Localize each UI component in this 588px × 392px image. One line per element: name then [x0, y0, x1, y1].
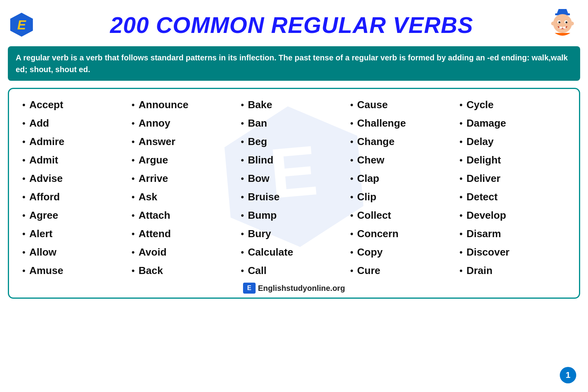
verb-label: Argue: [139, 154, 168, 166]
verb-label: Cycle: [466, 99, 494, 111]
verb-label: Calculate: [248, 246, 293, 258]
verb-item: •Agree: [21, 207, 130, 224]
bullet-icon: •: [132, 192, 135, 202]
bullet-icon: •: [241, 247, 244, 258]
bullet-icon: •: [241, 155, 244, 165]
bullet-icon: •: [22, 266, 25, 276]
bullet-icon: •: [459, 192, 463, 202]
verb-item: •Clap: [348, 170, 458, 187]
definition-box: A regular verb is a verb that follows st…: [8, 46, 580, 81]
verb-column-col2: •Announce•Annoy•Answer•Argue•Arrive•Ask•…: [130, 96, 240, 279]
bullet-icon: •: [459, 100, 463, 110]
verb-item: •Bury: [240, 225, 349, 243]
bullet-icon: •: [22, 247, 25, 258]
verb-label: Delay: [466, 136, 494, 148]
verb-label: Agree: [29, 209, 58, 221]
bullet-icon: •: [132, 155, 135, 165]
footer-site: Englishstudyonline.org: [258, 284, 345, 293]
bullet-icon: •: [459, 174, 463, 184]
verb-item: •Develop: [458, 207, 567, 224]
bullet-icon: •: [241, 118, 244, 129]
bullet-icon: •: [241, 229, 244, 239]
verb-label: Alert: [29, 228, 53, 240]
verb-column-col4: •Cause•Challenge•Change•Chew•Clap•Clip•C…: [348, 96, 458, 279]
verb-label: Ban: [248, 117, 267, 129]
bullet-icon: •: [350, 229, 353, 239]
verb-column-col3: •Bake•Ban•Beg•Blind•Bow•Bruise•Bump•Bury…: [240, 96, 349, 279]
bullet-icon: •: [22, 100, 25, 110]
bullet-icon: •: [459, 211, 463, 221]
verb-label: Clip: [357, 191, 376, 203]
verb-label: Deliver: [466, 172, 501, 185]
verb-item: •Concern: [348, 225, 458, 243]
verb-label: Damage: [466, 117, 506, 129]
bullet-icon: •: [350, 266, 353, 276]
footer-row: E Englishstudyonline.org: [21, 283, 567, 294]
verb-item: •Bump: [240, 207, 349, 224]
verb-item: •Disarm: [458, 225, 567, 243]
verb-item: •Attach: [130, 207, 240, 224]
bullet-icon: •: [132, 266, 135, 276]
header-row: E 200 COMMON REGULAR VERBS: [8, 7, 580, 42]
verb-item: •Allow: [21, 243, 130, 261]
verb-item: •Ask: [130, 188, 240, 206]
bullet-icon: •: [22, 155, 25, 165]
verb-label: Chew: [357, 154, 384, 166]
verb-column-col1: •Accept•Add•Admire•Admit•Advise•Afford•A…: [21, 96, 130, 279]
bullet-icon: •: [350, 100, 353, 110]
verb-item: •Delay: [458, 133, 567, 151]
verb-label: Bow: [248, 172, 269, 185]
page-number: 1: [560, 367, 576, 383]
verb-item: •Advise: [21, 170, 130, 187]
verb-item: •Change: [348, 133, 458, 151]
verb-item: •Bruise: [240, 188, 349, 206]
verb-item: •Drain: [458, 262, 567, 279]
verb-item: •Attend: [130, 225, 240, 243]
svg-rect-9: [559, 27, 562, 29]
verb-label: Ask: [139, 191, 158, 203]
verb-label: Bake: [248, 99, 272, 111]
bullet-icon: •: [350, 247, 353, 258]
verb-item: •Clip: [348, 188, 458, 206]
logo-icon: E: [8, 11, 35, 38]
verb-item: •Challenge: [348, 114, 458, 132]
bullet-icon: •: [241, 100, 244, 110]
verb-item: •Arrive: [130, 170, 240, 187]
verb-label: Clap: [357, 172, 379, 185]
verb-label: Avoid: [139, 246, 167, 258]
verb-item: •Answer: [130, 133, 240, 151]
verb-item: •Blind: [240, 151, 349, 169]
verb-label: Arrive: [139, 172, 168, 185]
verb-item: •Admire: [21, 133, 130, 151]
bullet-icon: •: [132, 229, 135, 239]
verb-label: Accept: [29, 99, 64, 111]
verb-item: •Damage: [458, 114, 567, 132]
definition-text: A regular verb is a verb that follows st…: [16, 52, 572, 75]
verb-label: Amuse: [29, 265, 64, 277]
verb-item: •Afford: [21, 188, 130, 206]
bullet-icon: •: [22, 229, 25, 239]
verb-item: •Alert: [21, 225, 130, 243]
verb-label: Collect: [357, 209, 391, 221]
main-title: 200 COMMON REGULAR VERBS: [42, 12, 541, 38]
svg-point-11: [551, 22, 555, 25]
bullet-icon: •: [22, 137, 25, 147]
verb-label: Drain: [466, 265, 492, 277]
bullet-icon: •: [241, 174, 244, 184]
bullet-icon: •: [241, 192, 244, 202]
bullet-icon: •: [459, 155, 463, 165]
verb-item: •Calculate: [240, 243, 349, 261]
verb-label: Admit: [29, 154, 58, 166]
verb-item: •Cycle: [458, 96, 567, 114]
verbs-card: E •Accept•Add•Admire•Admit•Advise•Afford…: [8, 88, 580, 299]
verb-item: •Avoid: [130, 243, 240, 261]
bullet-icon: •: [350, 118, 353, 129]
bullet-icon: •: [350, 211, 353, 221]
verb-label: Beg: [248, 136, 267, 148]
verb-item: •Bake: [240, 96, 349, 114]
bullet-icon: •: [132, 174, 135, 184]
svg-point-7: [559, 22, 561, 24]
verb-label: Disarm: [466, 228, 501, 240]
bullet-icon: •: [350, 192, 353, 202]
svg-point-8: [566, 22, 568, 24]
